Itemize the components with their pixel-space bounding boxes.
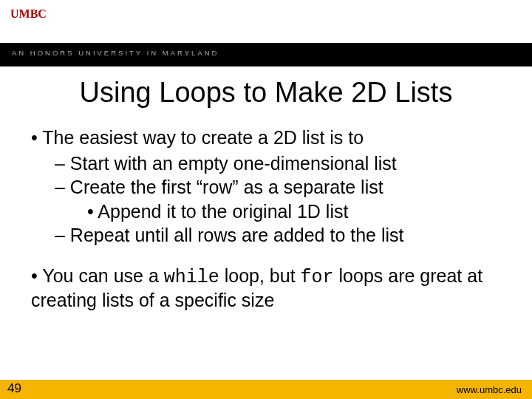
header-top: UMBC [0,0,532,43]
umbc-logo: UMBC [10,7,47,21]
header-bar: UMBC AN HONORS UNIVERSITY IN MARYLAND [0,0,532,66]
bullet-lvl2: Repeat until all rows are added to the l… [55,224,507,247]
bullet-lvl1: You can use a while loop, but for loops … [31,265,507,312]
slide-title: Using Loops to Make 2D Lists [0,77,532,109]
footer-bar: 49 www.umbc.edu [0,380,532,399]
slide-body: The easiest way to create a 2D list is t… [0,109,532,312]
bullet-lvl2: Create the first “row” as a separate lis… [55,176,507,199]
bullet-lvl3: Append it to the original 1D list [87,200,507,223]
bullet-lvl2: Start with an empty one-dimensional list [55,152,507,175]
code-while: while [164,267,219,288]
tagline: AN HONORS UNIVERSITY IN MARYLAND [12,49,219,57]
footer-url: www.umbc.edu [457,384,522,395]
logo-text: UMBC [10,7,47,20]
code-for: for [301,267,334,288]
text: You can use a [42,265,164,286]
slide: UMBC AN HONORS UNIVERSITY IN MARYLAND Us… [0,0,532,399]
spacer [25,248,507,259]
text: loop, but [219,265,301,286]
page-number: 49 [7,381,21,396]
header-black-band: AN HONORS UNIVERSITY IN MARYLAND [0,43,532,66]
bullet-lvl1: The easiest way to create a 2D list is t… [31,126,507,149]
